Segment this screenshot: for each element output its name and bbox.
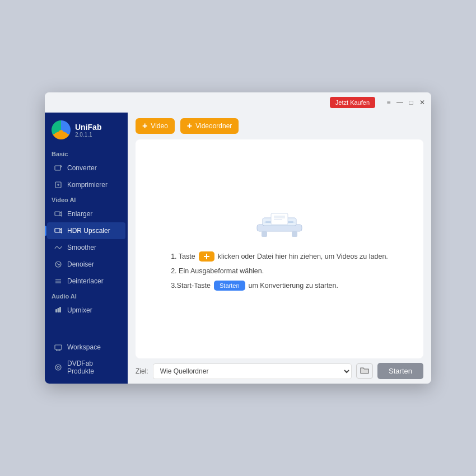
title-bar: Jetzt Kaufen ≡ — □ ✕ bbox=[45, 92, 431, 113]
sidebar-item-dvdfab[interactable]: DVDFab Produkte bbox=[47, 356, 125, 379]
section-video-ai: Video AI bbox=[45, 193, 128, 206]
svg-rect-7 bbox=[59, 307, 61, 312]
maximize-button[interactable]: □ bbox=[407, 98, 416, 107]
converter-icon bbox=[54, 164, 63, 172]
main-area: UniFab 2.0.1.1 Basic Converter bbox=[45, 113, 431, 384]
section-audio-ai: Audio AI bbox=[45, 290, 128, 302]
section-basic: Basic bbox=[45, 147, 128, 160]
svg-rect-3 bbox=[55, 228, 60, 232]
logo-icon bbox=[52, 120, 71, 139]
komprimierer-label: Komprimierer bbox=[67, 181, 108, 189]
minimize-button[interactable]: — bbox=[395, 98, 404, 107]
logo-text: UniFab 2.0.1.1 bbox=[75, 123, 101, 138]
sidebar-item-workspace[interactable]: Workspace bbox=[47, 339, 125, 356]
buy-button[interactable]: Jetzt Kaufen bbox=[330, 97, 375, 108]
logo-area: UniFab 2.0.1.1 bbox=[45, 113, 128, 147]
svg-rect-15 bbox=[292, 231, 297, 237]
hdr-upscaler-label: HDR Upscaler bbox=[67, 227, 110, 235]
compress-icon bbox=[54, 180, 63, 189]
upmixer-icon bbox=[54, 306, 63, 315]
step2-text: 2. Ein Ausgabeformat wählen. bbox=[171, 267, 264, 275]
svg-rect-14 bbox=[262, 231, 267, 237]
sidebar-item-denoiser[interactable]: Denoiser bbox=[47, 256, 125, 273]
svg-rect-5 bbox=[55, 309, 57, 312]
hdr-icon bbox=[54, 226, 63, 235]
inline-start-button[interactable]: Starten bbox=[214, 281, 245, 291]
sidebar-item-upmixer[interactable]: Upmixer bbox=[47, 302, 125, 319]
step3-suffix: um Konvertierung zu starten. bbox=[249, 282, 339, 290]
plus-icon-2: + bbox=[187, 122, 192, 130]
workspace-icon bbox=[54, 343, 63, 352]
main-window: Jetzt Kaufen ≡ — □ ✕ UniFab 2.0.1.1 Basi… bbox=[45, 92, 431, 384]
browse-folder-button[interactable] bbox=[356, 363, 373, 379]
denoiser-icon bbox=[54, 260, 63, 269]
footer-bar: Ziel: Wie Quellordner Starten bbox=[128, 358, 431, 384]
svg-rect-0 bbox=[55, 166, 60, 170]
sidebar-item-smoother[interactable]: Smoother bbox=[47, 239, 125, 256]
content-area: + Video + Videoordner bbox=[128, 113, 431, 384]
sidebar-item-deinterlacer[interactable]: Deinterlacer bbox=[47, 273, 125, 290]
instructions: 1. Taste klicken oder Datei hier hin zie… bbox=[171, 251, 388, 291]
drop-illustration bbox=[251, 208, 307, 241]
instruction-step1: 1. Taste klicken oder Datei hier hin zie… bbox=[171, 251, 388, 262]
sidebar-item-enlarger[interactable]: Enlarger bbox=[47, 206, 125, 222]
inline-add-button[interactable] bbox=[199, 251, 214, 262]
deinterlacer-icon bbox=[54, 277, 63, 286]
logo-name: UniFab bbox=[75, 123, 101, 132]
ziel-label: Ziel: bbox=[136, 367, 148, 375]
step3-prefix: 3.Start-Taste bbox=[171, 282, 211, 290]
converter-label: Converter bbox=[67, 164, 97, 172]
enlarger-icon bbox=[54, 209, 63, 218]
folder-btn-label: Videoordner bbox=[195, 122, 232, 130]
close-button[interactable]: ✕ bbox=[418, 98, 427, 107]
instruction-step3: 3.Start-Taste Starten um Konvertierung z… bbox=[171, 281, 388, 291]
dvdfab-label: DVDFab Produkte bbox=[67, 360, 119, 375]
sidebar-item-komprimierer[interactable]: Komprimierer bbox=[47, 176, 125, 193]
video-btn-label: Video bbox=[151, 122, 167, 130]
smoother-icon bbox=[54, 243, 63, 252]
destination-select[interactable]: Wie Quellordner bbox=[153, 363, 352, 379]
window-controls: ≡ — □ ✕ bbox=[384, 98, 427, 107]
instruction-step2: 2. Ein Ausgabeformat wählen. bbox=[171, 267, 388, 275]
logo-version: 2.0.1.1 bbox=[75, 132, 101, 138]
svg-rect-2 bbox=[55, 212, 60, 216]
deinterlacer-label: Deinterlacer bbox=[67, 277, 104, 285]
dvdfab-icon bbox=[54, 363, 63, 372]
svg-rect-6 bbox=[58, 308, 59, 312]
svg-point-10 bbox=[57, 366, 59, 368]
menu-button[interactable]: ≡ bbox=[384, 98, 393, 107]
plus-icon: + bbox=[142, 122, 147, 130]
add-video-button[interactable]: + Video bbox=[136, 118, 175, 134]
smoother-label: Smoother bbox=[67, 244, 96, 251]
step1-prefix: 1. Taste bbox=[171, 253, 195, 260]
step1-suffix: klicken oder Datei hier hin ziehen, um V… bbox=[218, 253, 388, 260]
upmixer-label: Upmixer bbox=[67, 306, 92, 314]
sidebar-item-converter[interactable]: Converter bbox=[47, 160, 125, 176]
svg-point-9 bbox=[55, 365, 61, 370]
add-folder-button[interactable]: + Videoordner bbox=[180, 118, 239, 134]
start-button[interactable]: Starten bbox=[377, 363, 423, 379]
toolbar: + Video + Videoordner bbox=[128, 113, 431, 139]
sidebar: UniFab 2.0.1.1 Basic Converter bbox=[45, 113, 128, 384]
drop-zone: 1. Taste klicken oder Datei hier hin zie… bbox=[136, 139, 423, 358]
denoiser-label: Denoiser bbox=[67, 260, 94, 268]
workspace-label: Workspace bbox=[67, 343, 101, 351]
sidebar-item-hdr-upscaler[interactable]: HDR Upscaler bbox=[47, 222, 125, 239]
svg-rect-17 bbox=[271, 213, 288, 225]
svg-rect-8 bbox=[55, 345, 62, 349]
enlarger-label: Enlarger bbox=[67, 210, 92, 218]
